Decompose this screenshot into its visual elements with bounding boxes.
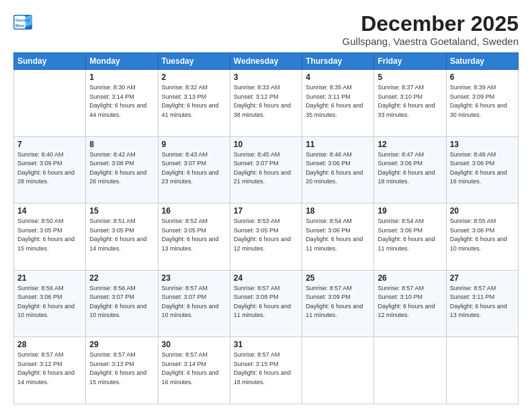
cell-info: Sunrise: 8:56 AM Sunset: 3:07 PM Dayligh…: [89, 284, 154, 320]
calendar-cell: [14, 70, 86, 137]
cell-info: Sunrise: 8:54 AM Sunset: 3:06 PM Dayligh…: [378, 217, 442, 253]
calendar-cell: 19Sunrise: 8:54 AM Sunset: 3:06 PM Dayli…: [374, 203, 446, 271]
svg-text:Blue: Blue: [15, 24, 24, 28]
logo: General Blue: [13, 15, 34, 30]
logo-icon: General Blue: [13, 15, 32, 30]
calendar-cell: 28Sunrise: 8:57 AM Sunset: 3:12 PM Dayli…: [14, 337, 86, 404]
calendar-cell: 4Sunrise: 8:35 AM Sunset: 3:11 PM Daylig…: [302, 70, 374, 137]
day-number: 1: [89, 73, 154, 82]
calendar-cell: 2Sunrise: 8:32 AM Sunset: 3:13 PM Daylig…: [158, 70, 230, 137]
day-number: 27: [450, 273, 515, 283]
calendar-cell: 14Sunrise: 8:50 AM Sunset: 3:05 PM Dayli…: [14, 203, 86, 271]
cell-info: Sunrise: 8:57 AM Sunset: 3:08 PM Dayligh…: [234, 284, 298, 320]
day-number: 23: [162, 273, 226, 283]
cell-info: Sunrise: 8:51 AM Sunset: 3:05 PM Dayligh…: [89, 217, 154, 253]
cell-info: Sunrise: 8:57 AM Sunset: 3:09 PM Dayligh…: [306, 284, 370, 320]
day-number: 31: [234, 340, 298, 349]
calendar-week-5: 28Sunrise: 8:57 AM Sunset: 3:12 PM Dayli…: [14, 337, 519, 404]
day-number: 8: [89, 140, 154, 149]
cell-info: Sunrise: 8:42 AM Sunset: 3:08 PM Dayligh…: [89, 150, 154, 187]
day-number: 28: [17, 340, 82, 349]
calendar-cell: 10Sunrise: 8:45 AM Sunset: 3:07 PM Dayli…: [230, 136, 302, 203]
calendar-cell: 11Sunrise: 8:46 AM Sunset: 3:06 PM Dayli…: [302, 136, 374, 203]
cell-info: Sunrise: 8:43 AM Sunset: 3:07 PM Dayligh…: [162, 150, 226, 187]
day-number: 12: [378, 140, 442, 149]
calendar-week-1: 1Sunrise: 8:30 AM Sunset: 3:14 PM Daylig…: [14, 70, 519, 137]
day-number: 18: [306, 206, 370, 216]
header-sunday: Sunday: [14, 53, 86, 70]
calendar-cell: 3Sunrise: 8:33 AM Sunset: 3:12 PM Daylig…: [230, 70, 302, 137]
day-number: 2: [162, 73, 226, 82]
cell-info: Sunrise: 8:35 AM Sunset: 3:11 PM Dayligh…: [306, 83, 370, 120]
calendar-cell: 13Sunrise: 8:49 AM Sunset: 3:06 PM Dayli…: [446, 136, 518, 203]
cell-info: Sunrise: 8:57 AM Sunset: 3:11 PM Dayligh…: [450, 284, 515, 320]
calendar-week-3: 14Sunrise: 8:50 AM Sunset: 3:05 PM Dayli…: [14, 203, 519, 271]
cell-info: Sunrise: 8:57 AM Sunset: 3:14 PM Dayligh…: [162, 351, 226, 387]
cell-info: Sunrise: 8:33 AM Sunset: 3:12 PM Dayligh…: [234, 83, 298, 120]
cell-info: Sunrise: 8:57 AM Sunset: 3:10 PM Dayligh…: [378, 284, 442, 320]
header-friday: Friday: [374, 53, 446, 70]
header-saturday: Saturday: [446, 53, 518, 70]
day-number: 30: [162, 340, 226, 349]
day-number: 9: [162, 140, 226, 149]
day-number: 21: [17, 273, 82, 283]
calendar-cell: 1Sunrise: 8:30 AM Sunset: 3:14 PM Daylig…: [86, 70, 158, 137]
cell-info: Sunrise: 8:47 AM Sunset: 3:06 PM Dayligh…: [378, 150, 442, 187]
calendar-cell: 9Sunrise: 8:43 AM Sunset: 3:07 PM Daylig…: [158, 136, 230, 203]
cell-info: Sunrise: 8:53 AM Sunset: 3:05 PM Dayligh…: [234, 217, 298, 253]
cell-info: Sunrise: 8:39 AM Sunset: 3:09 PM Dayligh…: [450, 83, 515, 120]
day-number: 25: [306, 273, 370, 283]
calendar-cell: 18Sunrise: 8:54 AM Sunset: 3:06 PM Dayli…: [302, 203, 374, 271]
cell-info: Sunrise: 8:57 AM Sunset: 3:07 PM Dayligh…: [162, 284, 226, 320]
header-thursday: Thursday: [302, 53, 374, 70]
cell-info: Sunrise: 8:37 AM Sunset: 3:10 PM Dayligh…: [378, 83, 442, 120]
calendar-cell: 29Sunrise: 8:57 AM Sunset: 3:13 PM Dayli…: [86, 337, 158, 404]
cell-info: Sunrise: 8:56 AM Sunset: 3:06 PM Dayligh…: [17, 284, 82, 320]
day-number: 4: [306, 73, 370, 82]
cell-info: Sunrise: 8:32 AM Sunset: 3:13 PM Dayligh…: [162, 83, 226, 120]
day-number: 22: [89, 273, 154, 283]
day-number: 19: [378, 206, 442, 216]
cell-info: Sunrise: 8:55 AM Sunset: 3:06 PM Dayligh…: [450, 217, 515, 253]
calendar-cell: 17Sunrise: 8:53 AM Sunset: 3:05 PM Dayli…: [230, 203, 302, 271]
day-number: 24: [234, 273, 298, 283]
cell-info: Sunrise: 8:40 AM Sunset: 3:09 PM Dayligh…: [17, 150, 82, 187]
calendar-cell: 21Sunrise: 8:56 AM Sunset: 3:06 PM Dayli…: [14, 270, 86, 337]
calendar-cell: [302, 337, 374, 404]
day-number: 10: [234, 140, 298, 149]
day-number: 7: [17, 140, 82, 149]
cell-info: Sunrise: 8:50 AM Sunset: 3:05 PM Dayligh…: [17, 217, 82, 253]
cell-info: Sunrise: 8:52 AM Sunset: 3:05 PM Dayligh…: [162, 217, 226, 253]
cell-info: Sunrise: 8:46 AM Sunset: 3:06 PM Dayligh…: [306, 150, 370, 187]
cell-info: Sunrise: 8:57 AM Sunset: 3:12 PM Dayligh…: [17, 351, 82, 387]
cell-info: Sunrise: 8:57 AM Sunset: 3:15 PM Dayligh…: [234, 351, 298, 387]
calendar-cell: 26Sunrise: 8:57 AM Sunset: 3:10 PM Dayli…: [374, 270, 446, 337]
header: General Blue December 2025 Gullspang, Va…: [13, 12, 519, 47]
calendar-cell: 30Sunrise: 8:57 AM Sunset: 3:14 PM Dayli…: [158, 337, 230, 404]
header-tuesday: Tuesday: [158, 53, 230, 70]
calendar-cell: 16Sunrise: 8:52 AM Sunset: 3:05 PM Dayli…: [158, 203, 230, 271]
calendar-cell: 22Sunrise: 8:56 AM Sunset: 3:07 PM Dayli…: [86, 270, 158, 337]
title-block: December 2025 Gullspang, Vaestra Goetala…: [343, 12, 519, 47]
calendar-cell: 12Sunrise: 8:47 AM Sunset: 3:06 PM Dayli…: [374, 136, 446, 203]
location: Gullspang, Vaestra Goetaland, Sweden: [343, 36, 519, 47]
calendar-body: 1Sunrise: 8:30 AM Sunset: 3:14 PM Daylig…: [14, 70, 519, 404]
calendar-week-4: 21Sunrise: 8:56 AM Sunset: 3:06 PM Dayli…: [14, 270, 519, 337]
cell-info: Sunrise: 8:54 AM Sunset: 3:06 PM Dayligh…: [306, 217, 370, 253]
day-number: 14: [17, 206, 82, 216]
day-number: 6: [450, 73, 515, 82]
header-monday: Monday: [86, 53, 158, 70]
calendar-cell: [374, 337, 446, 404]
calendar-cell: 23Sunrise: 8:57 AM Sunset: 3:07 PM Dayli…: [158, 270, 230, 337]
day-number: 15: [89, 206, 154, 216]
month-title: December 2025: [343, 12, 519, 36]
svg-text:General: General: [15, 18, 30, 22]
day-number: 11: [306, 140, 370, 149]
calendar-cell: 15Sunrise: 8:51 AM Sunset: 3:05 PM Dayli…: [86, 203, 158, 271]
cell-info: Sunrise: 8:45 AM Sunset: 3:07 PM Dayligh…: [234, 150, 298, 187]
calendar-page: General Blue December 2025 Gullspang, Va…: [0, 0, 532, 411]
day-number: 3: [234, 73, 298, 82]
cell-info: Sunrise: 8:49 AM Sunset: 3:06 PM Dayligh…: [450, 150, 515, 187]
weekday-header-row: Sunday Monday Tuesday Wednesday Thursday…: [14, 53, 519, 70]
day-number: 13: [450, 140, 515, 149]
